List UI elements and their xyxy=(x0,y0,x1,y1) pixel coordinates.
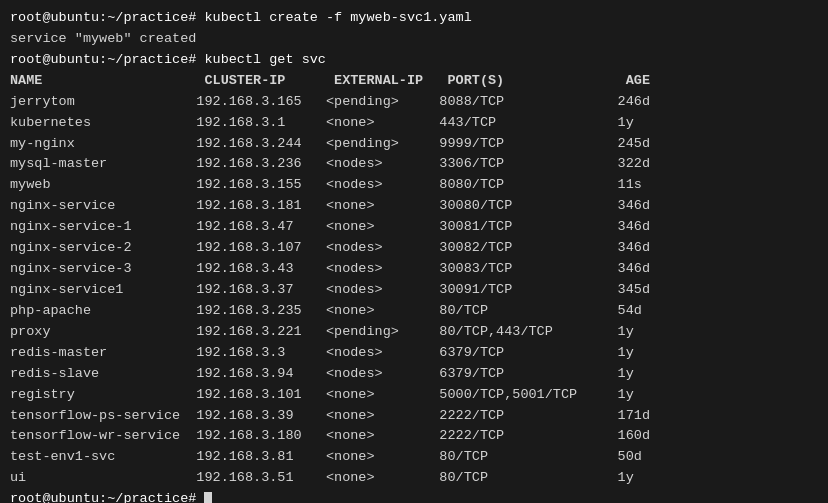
terminal-line: redis-master 192.168.3.3 <nodes> 6379/TC… xyxy=(10,343,818,364)
terminal-output: root@ubuntu:~/practice# kubectl create -… xyxy=(10,8,818,503)
terminal-line: service "myweb" created xyxy=(10,29,818,50)
terminal-line: myweb 192.168.3.155 <nodes> 8080/TCP 11s xyxy=(10,175,818,196)
terminal-line: root@ubuntu:~/practice# xyxy=(10,489,818,503)
terminal-line: kubernetes 192.168.3.1 <none> 443/TCP 1y xyxy=(10,113,818,134)
terminal-line: nginx-service1 192.168.3.37 <nodes> 3009… xyxy=(10,280,818,301)
terminal-line: proxy 192.168.3.221 <pending> 80/TCP,443… xyxy=(10,322,818,343)
terminal-line: nginx-service 192.168.3.181 <none> 30080… xyxy=(10,196,818,217)
terminal: root@ubuntu:~/practice# kubectl create -… xyxy=(0,0,828,503)
cursor-blink xyxy=(204,492,212,503)
terminal-line: root@ubuntu:~/practice# kubectl create -… xyxy=(10,8,818,29)
terminal-line: tensorflow-wr-service 192.168.3.180 <non… xyxy=(10,426,818,447)
terminal-line: php-apache 192.168.3.235 <none> 80/TCP 5… xyxy=(10,301,818,322)
terminal-line: mysql-master 192.168.3.236 <nodes> 3306/… xyxy=(10,154,818,175)
terminal-line: nginx-service-3 192.168.3.43 <nodes> 300… xyxy=(10,259,818,280)
terminal-line: registry 192.168.3.101 <none> 5000/TCP,5… xyxy=(10,385,818,406)
terminal-line: nginx-service-1 192.168.3.47 <none> 3008… xyxy=(10,217,818,238)
terminal-line: jerrytom 192.168.3.165 <pending> 8088/TC… xyxy=(10,92,818,113)
terminal-line: test-env1-svc 192.168.3.81 <none> 80/TCP… xyxy=(10,447,818,468)
terminal-line: tensorflow-ps-service 192.168.3.39 <none… xyxy=(10,406,818,427)
terminal-line: NAME CLUSTER-IP EXTERNAL-IP PORT(S) AGE xyxy=(10,71,818,92)
terminal-line: my-nginx 192.168.3.244 <pending> 9999/TC… xyxy=(10,134,818,155)
terminal-line: ui 192.168.3.51 <none> 80/TCP 1y xyxy=(10,468,818,489)
terminal-line: root@ubuntu:~/practice# kubectl get svc xyxy=(10,50,818,71)
terminal-line: redis-slave 192.168.3.94 <nodes> 6379/TC… xyxy=(10,364,818,385)
terminal-line: nginx-service-2 192.168.3.107 <nodes> 30… xyxy=(10,238,818,259)
